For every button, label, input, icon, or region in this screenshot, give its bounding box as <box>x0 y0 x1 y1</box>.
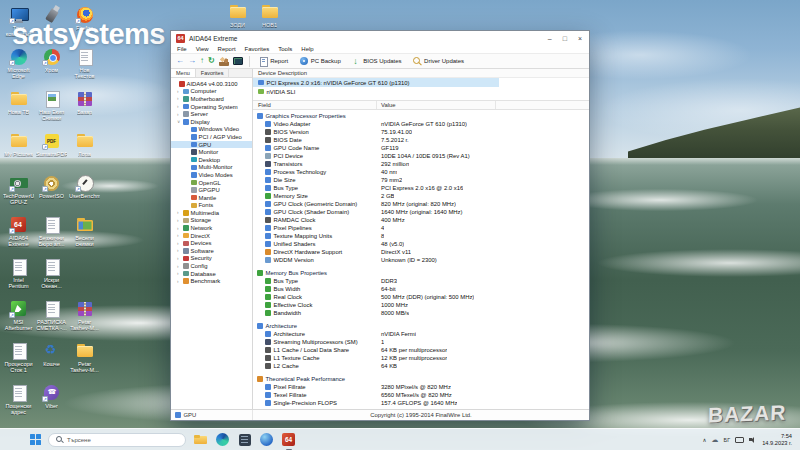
clock[interactable]: 7:54 14.9.2023 г. <box>762 433 792 446</box>
field-row[interactable]: Memory Size 2 GB <box>253 192 589 200</box>
tree-item[interactable]: Windows Video <box>171 126 252 134</box>
field-row[interactable]: L1 Texture Cache 12 KB per multiprocesso… <box>253 354 589 362</box>
expand-arrow-icon[interactable]: › <box>177 96 181 101</box>
field-row[interactable]: Texel Fillrate 6560 MTexel/s @ 820 MHz <box>253 391 589 399</box>
field-row[interactable]: RAMDAC Clock 400 MHz <box>253 216 589 224</box>
field-row[interactable]: WDDM Version Unknown (ID = 2300) <box>253 256 589 264</box>
tree-item[interactable]: Video Modes <box>171 171 252 179</box>
tree-item[interactable]: › Multimedia <box>171 209 252 217</box>
field-row[interactable]: Die Size 79 mm2 <box>253 176 589 184</box>
device-row[interactable]: nVIDIA SLI <box>253 87 589 96</box>
tree-item[interactable]: › Network <box>171 224 252 232</box>
refresh-icon[interactable]: ↻ <box>208 57 215 65</box>
taskbar-explorer[interactable] <box>193 432 208 447</box>
menu-item[interactable]: File <box>177 46 187 52</box>
forward-icon[interactable]: → <box>188 57 196 65</box>
field-row[interactable]: Bandwidth 8000 MB/s <box>253 309 589 317</box>
value-column-header[interactable]: Value <box>377 101 496 109</box>
field-row[interactable]: DirectX Hardware Support DirectX v11 <box>253 248 589 256</box>
tree-item[interactable]: › Devices <box>171 239 252 247</box>
tree-item[interactable]: › Computer <box>171 88 252 96</box>
expand-arrow-icon[interactable]: › <box>177 218 181 223</box>
field-row[interactable]: Unified Shaders 48 (v5.0) <box>253 240 589 248</box>
field-row[interactable]: BIOS Version 75.19.41.00 <box>253 128 589 136</box>
tree-item[interactable]: › Benchmark <box>171 277 252 285</box>
tree-item[interactable]: › Software <box>171 247 252 255</box>
title-bar[interactable]: 64 AIDA64 Extreme –□× <box>171 31 589 45</box>
tree-item[interactable]: Mantle <box>171 194 252 202</box>
tree-item[interactable]: Monitor <box>171 148 252 156</box>
expand-arrow-icon[interactable]: ∨ <box>177 119 181 124</box>
tree-item[interactable]: › Storage <box>171 217 252 225</box>
expand-arrow-icon[interactable]: › <box>177 89 181 94</box>
search-input[interactable]: Търсене <box>48 433 186 447</box>
group-row[interactable]: Graphics Processor Properties <box>253 112 589 120</box>
tree-item[interactable]: GPGPU <box>171 186 252 194</box>
onedrive-icon[interactable]: ☁ <box>712 436 719 444</box>
tree-item[interactable]: › Motherboard <box>171 95 252 103</box>
remote-monitor-icon[interactable] <box>233 57 243 65</box>
taskbar-calculator[interactable] <box>237 432 252 447</box>
tree-item[interactable]: › DirectX <box>171 232 252 240</box>
bios-updates-button[interactable]: BIOS Updates <box>349 56 405 67</box>
field-row[interactable]: Effective Clock 1000 MHz <box>253 301 589 309</box>
back-icon[interactable]: ← <box>176 57 184 65</box>
field-row[interactable]: Texture Mapping Units 8 <box>253 232 589 240</box>
tree-item[interactable]: › Config <box>171 262 252 270</box>
tree-item[interactable]: › Security <box>171 255 252 263</box>
field-column-header[interactable]: Field <box>253 101 377 109</box>
field-row[interactable]: Bus Width 64-bit <box>253 285 589 293</box>
menu-item[interactable]: Report <box>218 46 236 52</box>
field-row[interactable]: GPU Code Name GF119 <box>253 144 589 152</box>
tab-menu[interactable]: Menu <box>171 69 196 77</box>
tree-item[interactable]: PCI / AGP Video <box>171 133 252 141</box>
tab-favorites[interactable]: Favorites <box>196 69 230 77</box>
language-indicator[interactable]: БГ <box>724 437 731 443</box>
field-row[interactable]: Architecture nVIDIA Fermi <box>253 330 589 338</box>
expand-arrow-icon[interactable]: › <box>177 226 181 231</box>
expand-arrow-icon[interactable]: › <box>177 271 181 276</box>
taskbar-edge[interactable] <box>215 432 230 447</box>
menu-item[interactable]: Tools <box>278 46 292 52</box>
taskbar-store[interactable] <box>259 432 274 447</box>
field-row[interactable]: Transistors 292 million <box>253 160 589 168</box>
field-row[interactable]: Pixel Pipelines 4 <box>253 224 589 232</box>
device-row[interactable]: PCI Express 2.0 x16: nVIDIA GeForce GT 6… <box>253 78 589 87</box>
expand-arrow-icon[interactable]: › <box>177 112 181 117</box>
tree-item[interactable]: Fonts <box>171 202 252 210</box>
field-row[interactable]: Bus Type PCI Express 2.0 x16 @ 2.0 x16 <box>253 184 589 192</box>
field-row[interactable]: L2 Cache 64 KB <box>253 362 589 370</box>
up-icon[interactable]: ↑ <box>200 57 204 65</box>
desktop-icon[interactable]: ЗОДИ <box>222 3 253 28</box>
volume-icon[interactable] <box>749 436 757 444</box>
expand-arrow-icon[interactable]: › <box>177 233 181 238</box>
tree-item[interactable]: › Database <box>171 270 252 278</box>
tree-item[interactable]: › Server <box>171 110 252 118</box>
field-row[interactable]: BIOS Date 7.5.2012 г. <box>253 136 589 144</box>
field-row[interactable]: GPU Clock (Geometric Domain) 820 MHz (or… <box>253 200 589 208</box>
tree-item[interactable]: Desktop <box>171 156 252 164</box>
menu-item[interactable]: Help <box>301 46 313 52</box>
network-icon[interactable] <box>735 437 744 444</box>
tray-chevron-icon[interactable]: ∧ <box>703 437 707 443</box>
field-row[interactable]: Single-Precision FLOPS 157.4 GFLOPS @ 16… <box>253 399 589 407</box>
minimize-button[interactable]: – <box>548 35 552 42</box>
users-icon[interactable] <box>219 57 229 66</box>
desktop-icon[interactable]: НОВ1 <box>254 3 285 28</box>
menu-item[interactable]: Favorites <box>245 46 270 52</box>
taskbar-aida64[interactable] <box>281 432 296 447</box>
tree-item[interactable]: ∨ Display <box>171 118 252 126</box>
field-row[interactable]: L1 Cache / Local Data Share 64 KB per mu… <box>253 346 589 354</box>
expand-arrow-icon[interactable]: › <box>177 279 181 284</box>
field-row[interactable]: Pixel Fillrate 3280 MPixel/s @ 820 MHz <box>253 383 589 391</box>
tree-item[interactable]: Multi-Monitor <box>171 164 252 172</box>
group-row[interactable]: Theoretical Peak Performance <box>253 375 589 383</box>
tree-item[interactable]: AIDA64 v4.00.3100 <box>171 80 252 88</box>
close-button[interactable]: × <box>578 35 582 42</box>
expand-arrow-icon[interactable]: › <box>177 210 181 215</box>
field-row[interactable]: Process Technology 40 nm <box>253 168 589 176</box>
expand-arrow-icon[interactable]: › <box>177 104 181 109</box>
field-row[interactable]: Video Adapter nVIDIA GeForce GT 610 (p13… <box>253 120 589 128</box>
field-row[interactable]: Streaming Multiprocessors (SM) 1 <box>253 338 589 346</box>
menu-item[interactable]: View <box>196 46 209 52</box>
